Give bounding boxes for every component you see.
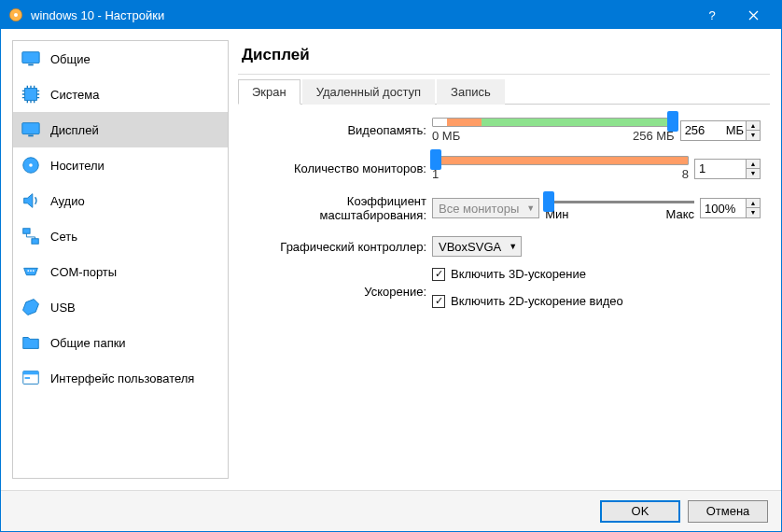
svg-rect-10 — [32, 239, 38, 245]
sidebar-item-network[interactable]: Сеть — [13, 218, 228, 254]
sidebar-item-label: Носители — [50, 159, 105, 173]
scale-input[interactable] — [701, 202, 746, 216]
svg-point-11 — [27, 270, 29, 272]
spin-down[interactable]: ▼ — [747, 208, 760, 217]
sidebar-item-usb[interactable]: USB — [13, 289, 228, 325]
content-area: Общие Система Дисплей Носители Аудио Сет… — [1, 29, 781, 490]
settings-window: windows 10 - Настройки ? Общие Система Д… — [0, 0, 782, 532]
footer: OK Отмена — [1, 490, 781, 531]
svg-rect-5 — [22, 123, 39, 134]
svg-rect-15 — [23, 371, 39, 375]
monitors-slider[interactable]: 1 8 — [432, 156, 689, 181]
screen-panel: Видеопамять: 0 МБ 256 МБ — [238, 105, 770, 334]
sidebar-item-storage[interactable]: Носители — [13, 147, 228, 183]
network-icon — [21, 226, 41, 246]
sidebar-item-shared-folders[interactable]: Общие папки — [13, 325, 228, 360]
monitors-input[interactable] — [695, 161, 746, 175]
sidebar-item-serial[interactable]: COM-порты — [13, 254, 228, 289]
main-panel: Дисплей Экран Удаленный доступ Запись Ви… — [238, 40, 770, 479]
scale-monitor-combo[interactable]: Все мониторы ▼ — [432, 198, 539, 218]
video-memory-slider[interactable]: 0 МБ 256 МБ — [432, 118, 675, 143]
monitors-max: 8 — [682, 167, 689, 181]
accel-2d-row[interactable]: Включить 2D-ускорение видео — [432, 294, 623, 308]
sidebar-item-label: Общие папки — [50, 336, 126, 350]
sidebar-item-label: Общие — [50, 52, 91, 66]
scale-max: Макс — [665, 207, 694, 221]
accel-label: Ускорение: — [247, 285, 432, 299]
folder-icon — [21, 332, 41, 353]
svg-point-1 — [14, 13, 18, 17]
sidebar-item-label: COM-порты — [50, 265, 117, 279]
svg-rect-6 — [28, 135, 34, 137]
chevron-down-icon: ▼ — [509, 242, 517, 251]
accel-2d-checkbox[interactable] — [432, 295, 445, 308]
ok-button[interactable]: OK — [600, 500, 680, 523]
controller-combo[interactable]: VBoxSVGA ▼ — [432, 236, 522, 257]
scale-spinbox[interactable]: ▲▼ — [700, 198, 761, 218]
svg-rect-2 — [22, 52, 39, 63]
sidebar-item-label: Интерфейс пользователя — [50, 371, 194, 385]
accel-3d-checkbox[interactable] — [432, 268, 445, 281]
video-memory-min: 0 МБ — [432, 129, 460, 143]
monitors-label: Количество мониторов: — [247, 161, 432, 175]
scale-slider[interactable]: Мин Макс — [545, 195, 694, 221]
close-button[interactable] — [733, 1, 774, 29]
ui-icon — [21, 368, 41, 388]
controller-label: Графический контроллер: — [247, 240, 432, 254]
titlebar: windows 10 - Настройки ? — [1, 1, 781, 29]
svg-point-13 — [33, 270, 35, 272]
page-title: Дисплей — [238, 40, 770, 75]
svg-rect-4 — [25, 89, 37, 101]
sidebar-item-display[interactable]: Дисплей — [13, 112, 228, 147]
speaker-icon — [21, 190, 41, 211]
svg-point-12 — [30, 270, 32, 272]
video-memory-input[interactable] — [681, 123, 726, 137]
accel-3d-row[interactable]: Включить 3D-ускорение — [432, 267, 586, 281]
sidebar-item-general[interactable]: Общие — [13, 41, 228, 77]
sidebar: Общие Система Дисплей Носители Аудио Сет… — [12, 40, 229, 479]
scale-label: Коэффициент масштабирования: — [247, 194, 432, 222]
svg-rect-9 — [23, 229, 30, 234]
video-memory-spinbox[interactable]: МБ ▲▼ — [680, 120, 761, 141]
spin-up[interactable]: ▲ — [747, 199, 760, 208]
sidebar-item-system[interactable]: Система — [13, 77, 228, 112]
sidebar-item-label: Дисплей — [50, 123, 99, 137]
close-icon — [748, 10, 759, 21]
accel-3d-label: Включить 3D-ускорение — [451, 267, 586, 281]
serial-icon — [21, 261, 41, 282]
sidebar-item-label: Сеть — [50, 230, 77, 244]
monitors-spinbox[interactable]: ▲▼ — [694, 159, 761, 179]
help-button[interactable]: ? — [691, 1, 733, 29]
svg-rect-16 — [25, 377, 30, 379]
monitor-icon — [21, 49, 41, 69]
svg-point-8 — [29, 163, 33, 167]
spin-up[interactable]: ▲ — [747, 121, 760, 131]
spin-down[interactable]: ▼ — [747, 169, 760, 178]
window-title: windows 10 - Настройки — [31, 8, 691, 22]
display-icon — [21, 119, 41, 140]
sidebar-item-label: Система — [50, 88, 99, 102]
sidebar-item-ui[interactable]: Интерфейс пользователя — [13, 360, 228, 396]
cancel-button[interactable]: Отмена — [688, 500, 768, 523]
gear-icon — [8, 7, 23, 22]
spin-down[interactable]: ▼ — [747, 131, 760, 140]
tab-remote[interactable]: Удаленный доступ — [302, 79, 435, 105]
accel-2d-label: Включить 2D-ускорение видео — [451, 294, 623, 308]
sidebar-item-label: USB — [50, 301, 76, 315]
tab-screen[interactable]: Экран — [238, 79, 300, 105]
chevron-down-icon: ▼ — [526, 203, 535, 213]
tab-recording[interactable]: Запись — [437, 79, 505, 105]
svg-rect-3 — [28, 64, 34, 66]
spin-up[interactable]: ▲ — [747, 160, 760, 169]
video-memory-label: Видеопамять: — [247, 123, 432, 137]
sidebar-item-audio[interactable]: Аудио — [13, 183, 228, 218]
disk-icon — [21, 155, 41, 175]
tabs: Экран Удаленный доступ Запись — [238, 78, 770, 105]
chip-icon — [21, 84, 41, 105]
usb-icon — [21, 297, 41, 317]
sidebar-item-label: Аудио — [50, 194, 85, 208]
